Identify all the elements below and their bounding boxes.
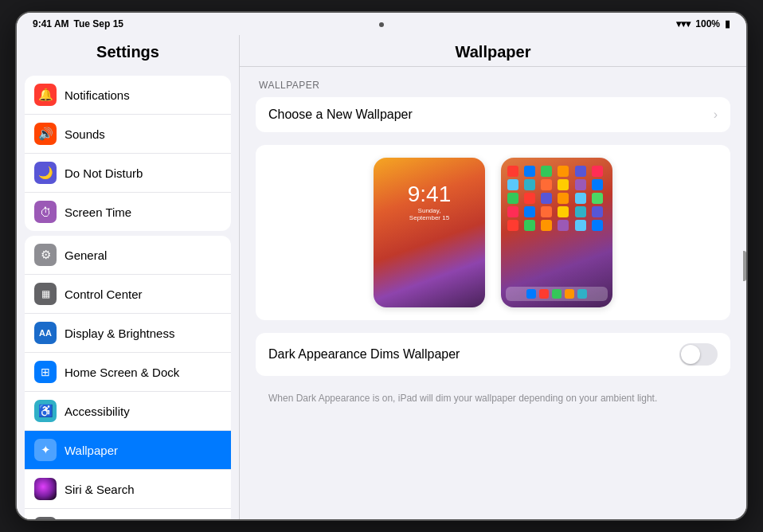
wifi-icon: ▾▾▾ [676,18,691,29]
app-dot [558,166,569,177]
app-dot [558,206,569,217]
sidebar-item-home-screen-dock[interactable]: ⊞ Home Screen & Dock [25,353,231,392]
app-dot [507,193,518,204]
app-dot [575,179,586,190]
sidebar-item-control-center[interactable]: ▦ Control Center [25,275,231,314]
sounds-label: Sounds [65,127,105,141]
app-dot [541,220,552,231]
app-dot [507,206,518,217]
sidebar-item-accessibility[interactable]: ♿ Accessibility [25,392,231,431]
app-dot [575,166,586,177]
right-header: Wallpaper [240,35,746,67]
dock-dot [526,289,536,299]
sidebar-item-display-brightness[interactable]: AA Display & Brightness [25,314,231,353]
control-center-icon: ▦ [34,283,57,305]
battery-icon: ▮ [725,18,730,29]
dock-dot [552,289,561,299]
lock-screen-bg: 9:41 Sunday, September 15 [374,158,485,307]
sidebar-group-1: 🔔 Notifications 🔊 Sounds 🌙 Do Not Distur… [25,76,231,231]
app-dot [575,193,586,204]
sidebar-title: Settings [17,35,239,68]
sidebar: Settings 🔔 Notifications 🔊 Sounds 🌙 Do N… [17,35,240,519]
general-label: General [65,248,107,262]
app-dot [592,179,603,190]
time: 9:41 AM [33,18,69,29]
sidebar-item-sounds[interactable]: 🔊 Sounds [25,115,231,154]
home-screen-bg [501,158,612,307]
wallpaper-previews: 9:41 Sunday, September 15 [256,145,730,320]
app-dot [592,193,603,204]
date: Tue Sep 15 [74,18,123,29]
dark-appearance-label: Dark Appearance Dims Wallpaper [268,347,679,362]
apple-pencil-icon: ✏ [34,517,57,519]
app-dot [507,220,518,231]
app-dot [541,179,552,190]
accessibility-icon: ♿ [34,400,57,422]
choose-wallpaper-card: Choose a New Wallpaper › [256,97,730,132]
lock-screen-time-display: 9:41 Sunday, September 15 [401,182,457,221]
choose-wallpaper-chevron: › [714,108,718,122]
dark-appearance-row: Dark Appearance Dims Wallpaper [256,333,730,376]
app-dot [507,179,518,190]
app-dot [524,179,535,190]
ipad-frame: 9:41 AM Tue Sep 15 ▾▾▾ 100% ▮ Settings 🔔… [15,11,748,521]
app-dot [541,193,552,204]
dark-appearance-toggle[interactable] [679,343,718,366]
app-dot [575,220,586,231]
wallpaper-icon: ✦ [34,439,57,461]
siri-search-label: Siri & Search [65,483,135,496]
app-dot [592,166,603,177]
sidebar-item-general[interactable]: ⚙ General [25,236,231,275]
dock [506,287,608,301]
do-not-disturb-icon: 🌙 [34,162,57,184]
status-bar-left: 9:41 AM Tue Sep 15 [33,18,123,29]
screen-time-icon: ⏱ [34,201,57,223]
lock-screen-preview[interactable]: 9:41 Sunday, September 15 [374,158,485,307]
toggle-knob [681,345,700,364]
app-dot [592,220,603,231]
sidebar-item-siri-search[interactable]: Siri & Search [25,470,231,509]
right-body: WALLPAPER Choose a New Wallpaper › 9:41 [240,67,746,519]
sounds-icon: 🔊 [34,123,57,145]
accessibility-label: Accessibility [65,405,130,418]
dock-dot [539,289,549,299]
dock-dot [565,289,574,299]
dark-appearance-card: Dark Appearance Dims Wallpaper [256,333,730,376]
choose-wallpaper-label: Choose a New Wallpaper [268,108,714,122]
lock-time: 9:41 [401,182,457,207]
app-grid [506,162,608,234]
app-dot [524,206,535,217]
home-button[interactable] [743,251,746,281]
notifications-label: Notifications [65,88,130,102]
home-screen-preview[interactable] [501,158,612,307]
sidebar-item-notifications[interactable]: 🔔 Notifications [25,76,231,115]
app-dot [592,206,603,217]
choose-wallpaper-row[interactable]: Choose a New Wallpaper › [256,97,730,132]
control-center-label: Control Center [65,288,143,301]
sidebar-item-screen-time[interactable]: ⏱ Screen Time [25,193,231,231]
sidebar-item-wallpaper[interactable]: ✦ Wallpaper [25,431,231,470]
display-brightness-icon: AA [34,322,57,344]
lock-date: Sunday, September 15 [401,207,457,221]
home-screen-dock-label: Home Screen & Dock [65,366,179,379]
hint-text: When Dark Appearance is on, iPad will di… [256,389,730,415]
right-panel: Wallpaper WALLPAPER Choose a New Wallpap… [240,35,746,519]
general-icon: ⚙ [34,244,57,266]
app-dot [524,193,535,204]
main-content: Settings 🔔 Notifications 🔊 Sounds 🌙 Do N… [17,35,746,519]
sidebar-item-do-not-disturb[interactable]: 🌙 Do Not Disturb [25,154,231,193]
sidebar-item-apple-pencil[interactable]: ✏ Apple Pencil [25,509,231,519]
app-dot [558,193,569,204]
app-dot [558,179,569,190]
sidebar-group-2: ⚙ General ▦ Control Center AA Display & … [25,236,231,519]
screen-time-label: Screen Time [65,205,131,219]
app-dot [524,166,535,177]
siri-icon [34,478,57,500]
app-dot [541,166,552,177]
home-screen-dock-icon: ⊞ [34,361,57,383]
do-not-disturb-label: Do Not Disturb [65,166,143,180]
battery-text: 100% [695,18,720,29]
notifications-icon: 🔔 [34,84,57,106]
app-dot [507,166,518,177]
sidebar-items: 🔔 Notifications 🔊 Sounds 🌙 Do Not Distur… [17,68,239,519]
